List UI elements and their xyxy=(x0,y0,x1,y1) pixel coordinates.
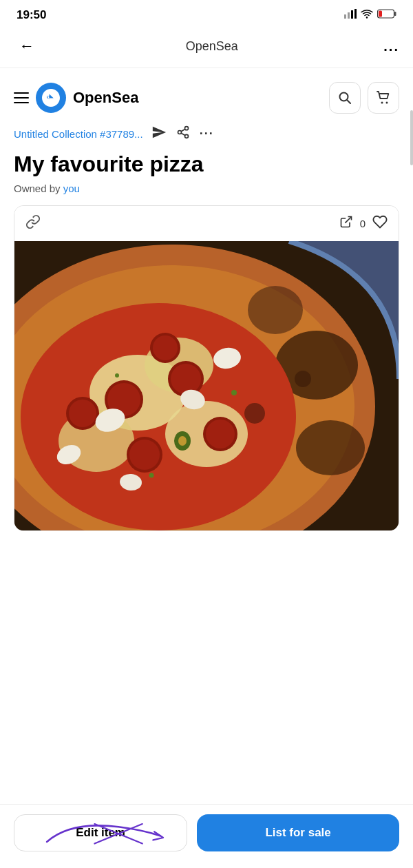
opensea-logo xyxy=(36,83,66,113)
back-button[interactable]: ← xyxy=(14,34,40,58)
external-link-icon[interactable] xyxy=(339,215,353,232)
svg-point-46 xyxy=(178,436,187,446)
action-bar: Edit item List for sale xyxy=(0,804,413,868)
edit-button[interactable]: Edit item xyxy=(14,814,187,851)
svg-rect-7 xyxy=(379,11,382,17)
svg-point-31 xyxy=(171,364,201,394)
svg-rect-0 xyxy=(344,14,346,19)
send-icon[interactable] xyxy=(151,125,167,143)
hamburger-button[interactable] xyxy=(14,92,29,103)
svg-point-37 xyxy=(206,420,235,448)
svg-rect-3 xyxy=(354,9,357,19)
svg-rect-1 xyxy=(348,12,350,19)
svg-point-39 xyxy=(153,335,178,360)
owned-by: Owned by you xyxy=(14,183,399,194)
svg-point-12 xyxy=(178,131,181,134)
svg-line-14 xyxy=(181,133,185,135)
svg-rect-6 xyxy=(394,12,396,16)
options-icon[interactable]: ··· xyxy=(200,127,214,141)
scrollbar xyxy=(410,110,413,165)
signal-icon xyxy=(344,9,357,21)
svg-point-47 xyxy=(231,390,237,395)
nft-card-header: 0 xyxy=(14,206,399,241)
pizza-image xyxy=(14,241,399,530)
link-chain-icon[interactable] xyxy=(25,214,41,233)
more-button[interactable]: ... xyxy=(383,39,399,54)
collection-link[interactable]: Untitled Collection #37789... xyxy=(14,128,143,140)
like-count: 0 xyxy=(360,218,366,229)
battery-icon xyxy=(377,9,396,21)
nft-title: My favourite pizza xyxy=(14,152,399,177)
svg-point-35 xyxy=(69,400,96,427)
svg-point-48 xyxy=(115,373,119,378)
svg-line-15 xyxy=(181,129,185,131)
svg-rect-2 xyxy=(351,10,353,19)
svg-point-13 xyxy=(184,134,188,138)
search-button[interactable] xyxy=(329,82,361,114)
svg-point-4 xyxy=(366,17,368,18)
nft-card: 0 xyxy=(14,205,399,531)
svg-point-51 xyxy=(295,371,311,387)
svg-point-11 xyxy=(184,127,188,130)
svg-point-21 xyxy=(296,420,365,475)
svg-point-33 xyxy=(129,440,160,470)
opensea-left: OpenSea xyxy=(14,83,138,113)
brand-name: OpenSea xyxy=(73,89,138,107)
svg-point-50 xyxy=(244,403,265,424)
cart-button[interactable] xyxy=(368,82,399,114)
breadcrumb-actions: ··· xyxy=(151,125,214,143)
list-for-sale-button[interactable]: List for sale xyxy=(197,814,399,851)
nav-bar: ← OpenSea ... xyxy=(0,28,413,68)
wifi-icon xyxy=(361,9,373,21)
page-content: OpenSea Untitled Collection #37789... xyxy=(0,68,413,531)
svg-point-10 xyxy=(386,102,388,104)
breadcrumb-row: Untitled Collection #37789... ··· xyxy=(14,125,399,143)
card-right-icons: 0 xyxy=(339,214,388,233)
status-icons xyxy=(344,9,396,21)
share-icon[interactable] xyxy=(176,125,190,143)
svg-line-16 xyxy=(345,216,351,223)
svg-point-22 xyxy=(248,286,303,334)
owner-link[interactable]: you xyxy=(63,183,80,194)
heart-icon[interactable] xyxy=(372,214,388,233)
svg-point-9 xyxy=(381,102,383,104)
svg-point-49 xyxy=(149,473,154,477)
nav-title: OpenSea xyxy=(186,39,238,54)
status-time: 19:50 xyxy=(17,8,46,22)
opensea-header: OpenSea xyxy=(14,82,399,114)
header-actions xyxy=(329,82,399,114)
status-bar: 19:50 xyxy=(0,0,413,28)
